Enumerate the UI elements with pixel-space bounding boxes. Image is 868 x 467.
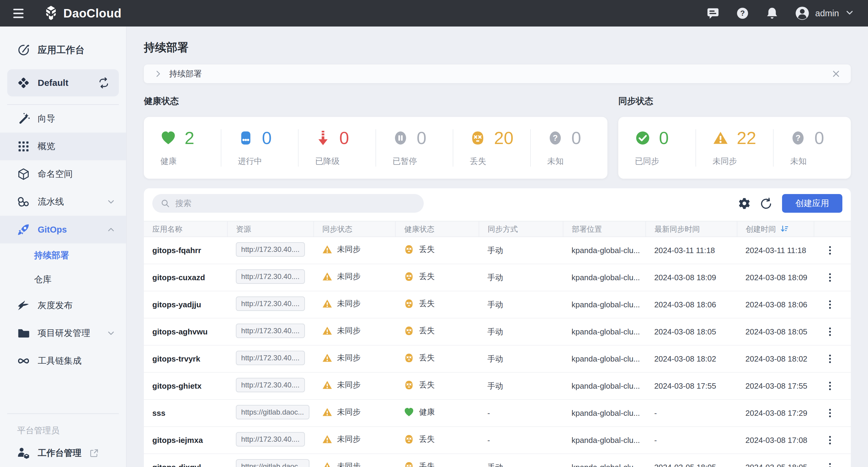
sidebar-item-label: 工作台管理 bbox=[38, 447, 82, 459]
app-name-link[interactable]: sss bbox=[152, 408, 165, 418]
deploy-location: kpanda-global-clu... bbox=[563, 400, 646, 427]
row-actions-button[interactable] bbox=[823, 270, 838, 285]
stat-label: 未知 bbox=[548, 156, 608, 167]
row-actions-button[interactable] bbox=[823, 460, 838, 467]
folder-icon bbox=[17, 327, 30, 340]
app-name-link[interactable]: gitops-fqahrr bbox=[152, 246, 201, 255]
row-actions-button[interactable] bbox=[823, 378, 838, 394]
sort-desc-icon[interactable] bbox=[780, 225, 789, 234]
workspace-selector[interactable]: Default bbox=[7, 69, 119, 96]
menu-icon[interactable] bbox=[13, 9, 25, 18]
settings-button[interactable] bbox=[736, 195, 753, 212]
resource-chip: http://172.30.40.... bbox=[236, 324, 305, 338]
topbar-actions: ? admin bbox=[706, 6, 855, 21]
status-cards: 健康状态 2健康0进行中0已降级0已暂停20丢失?0未知 同步状态 0已同步22… bbox=[144, 95, 851, 179]
created-time: 2024-03-08 17:29 bbox=[737, 400, 814, 427]
stat-label: 已暂停 bbox=[393, 156, 453, 167]
gear-icon bbox=[738, 197, 751, 210]
app-name-link[interactable]: gitops-iejmxa bbox=[152, 436, 203, 445]
svg-text:?: ? bbox=[740, 9, 745, 17]
stat-已降级: 0已降级 bbox=[298, 129, 375, 167]
resource-chip: http://172.30.40.... bbox=[236, 242, 305, 257]
help-icon[interactable]: ? bbox=[736, 6, 749, 20]
create-app-button[interactable]: 创建应用 bbox=[782, 194, 842, 213]
sync-status: 未同步 bbox=[322, 407, 361, 417]
stat-未同步: 22未同步 bbox=[695, 129, 773, 167]
sidebar-item-continuous-deploy[interactable]: 持续部署 bbox=[0, 243, 126, 268]
stat-label: 进行中 bbox=[238, 156, 298, 167]
warning-icon bbox=[322, 434, 332, 444]
row-actions-button[interactable] bbox=[823, 324, 838, 339]
close-icon[interactable] bbox=[831, 69, 841, 79]
chevron-up-icon bbox=[106, 225, 116, 234]
row-actions-button[interactable] bbox=[823, 243, 838, 258]
sidebar-item-label: 概览 bbox=[38, 140, 55, 153]
sync-method: 手动 bbox=[479, 318, 563, 345]
resource-chip: https://gitlab.daoc... bbox=[236, 459, 309, 467]
missing-icon bbox=[404, 271, 414, 282]
stat-已暂停: 0已暂停 bbox=[375, 129, 453, 167]
unknown-icon: ? bbox=[790, 130, 806, 146]
sidebar-item-gitops[interactable]: GitOps bbox=[0, 216, 126, 243]
stat-丢失: 20丢失 bbox=[453, 129, 530, 167]
sidebar-item-app-workbench[interactable]: 应用工作台 bbox=[0, 34, 126, 66]
app-name-link[interactable]: gitops-yadjju bbox=[152, 300, 201, 309]
sidebar-item-pipelines[interactable]: 流水线 bbox=[0, 188, 126, 216]
refresh-button[interactable] bbox=[757, 195, 775, 212]
health-status: 丢失 bbox=[404, 298, 435, 309]
sidebar-item-repos[interactable]: 仓库 bbox=[0, 268, 126, 292]
sidebar-item-canary-release[interactable]: 灰度发布 bbox=[0, 292, 126, 320]
warning-icon bbox=[322, 326, 332, 336]
app-name-link[interactable]: gitops-ghietx bbox=[152, 381, 202, 391]
user-menu[interactable]: admin bbox=[795, 6, 855, 21]
stat-已同步: 0已同步 bbox=[618, 129, 695, 167]
stat-value: 0 bbox=[814, 129, 824, 147]
sync-method: 手动 bbox=[479, 291, 563, 318]
sync-method: - bbox=[479, 400, 563, 427]
row-actions-button[interactable] bbox=[823, 433, 838, 448]
resource-chip: https://gitlab.daoc... bbox=[236, 405, 309, 420]
app-name-link[interactable]: gitops-trvyrk bbox=[152, 354, 200, 363]
svg-text:?: ? bbox=[796, 133, 801, 142]
app-name-link[interactable]: gitops-cuxazd bbox=[152, 273, 205, 282]
bell-icon[interactable] bbox=[765, 6, 779, 20]
health-status: 丢失 bbox=[404, 271, 435, 282]
app-name-link[interactable]: gitops-aghvwu bbox=[152, 327, 208, 336]
last-sync-time: 2024-03-11 11:18 bbox=[646, 237, 737, 264]
resource-chip: http://172.30.40.... bbox=[236, 351, 305, 365]
deploy-location: kpanda-global-clu... bbox=[563, 318, 646, 345]
health-status: 丢失 bbox=[404, 325, 435, 336]
stat-label: 未同步 bbox=[713, 156, 773, 167]
row-actions-button[interactable] bbox=[823, 297, 838, 312]
search-box bbox=[152, 194, 424, 213]
table-row: ssshttps://gitlab.daoc...未同步健康-kpanda-gl… bbox=[144, 400, 851, 427]
sync-status: 未同步 bbox=[322, 353, 361, 363]
sidebar-item-wizard[interactable]: 向导 bbox=[0, 105, 126, 133]
sync-method: 手动 bbox=[479, 237, 563, 264]
sidebar-item-toolchain[interactable]: 工具链集成 bbox=[0, 347, 126, 375]
stat-value: 20 bbox=[494, 129, 514, 147]
search-input[interactable] bbox=[175, 199, 416, 208]
health-status: 丢失 bbox=[404, 379, 435, 390]
health-status: 丢失 bbox=[404, 434, 435, 444]
chevron-right-icon[interactable] bbox=[154, 69, 162, 78]
row-actions-button[interactable] bbox=[823, 405, 838, 421]
sidebar-item-overview[interactable]: 概览 bbox=[0, 133, 126, 160]
sidebar-item-project-dev-mgmt[interactable]: 项目研发管理 bbox=[0, 320, 126, 347]
message-icon[interactable] bbox=[706, 6, 720, 20]
stat-label: 已降级 bbox=[315, 156, 375, 167]
sidebar-item-label: 向导 bbox=[38, 113, 55, 125]
sidebar-item-namespaces[interactable]: 命名空间 bbox=[0, 160, 126, 188]
sidebar-item-workbench-management[interactable]: 工作台管理 bbox=[0, 439, 126, 467]
sync-status: 未同步 bbox=[322, 461, 361, 467]
missing-icon bbox=[404, 244, 414, 255]
row-actions-button[interactable] bbox=[823, 351, 838, 366]
app-name-link[interactable]: gitops-dixgvl bbox=[152, 463, 201, 467]
table-row: gitops-ghietxhttp://172.30.40....未同步丢失手动… bbox=[144, 372, 851, 400]
resource-chip: http://172.30.40.... bbox=[236, 297, 305, 311]
swap-icon[interactable] bbox=[98, 77, 110, 89]
sidebar-item-label: 工具链集成 bbox=[38, 355, 82, 367]
last-sync-time: - bbox=[646, 400, 737, 427]
sync-status: 未同步 bbox=[322, 244, 361, 255]
page-title: 持续部署 bbox=[144, 41, 851, 54]
